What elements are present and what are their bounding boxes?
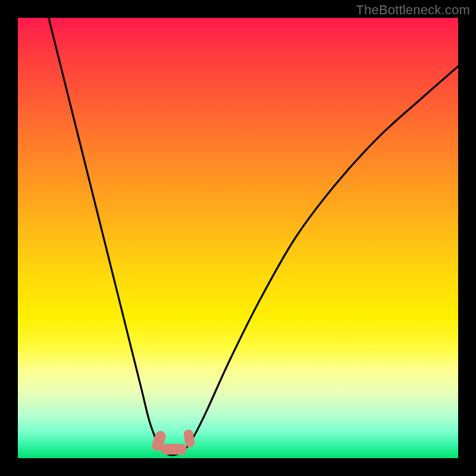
bottleneck-curve bbox=[18, 18, 458, 458]
watermark-text: TheBottleneck.com bbox=[356, 2, 470, 18]
plot-area bbox=[18, 18, 458, 458]
chart-frame: TheBottleneck.com bbox=[0, 0, 476, 476]
min-marker-base bbox=[161, 444, 187, 455]
